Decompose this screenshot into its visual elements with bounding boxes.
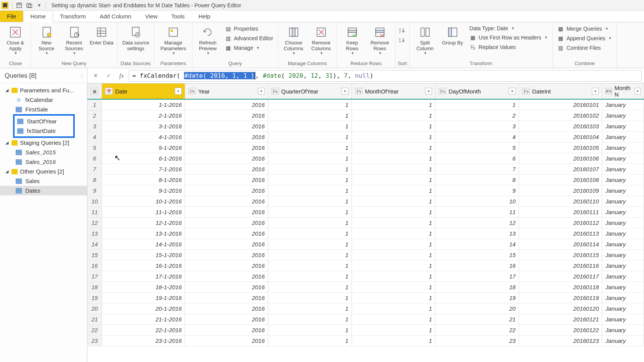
- row-number[interactable]: 14: [87, 239, 102, 249]
- cell-dateint[interactable]: 20160110: [519, 196, 602, 206]
- data-grid[interactable]: ▦📅Date▼1²₃Year▼1²₃QuarterOfYear▼1²₃Month…: [87, 84, 644, 362]
- sort-asc-button[interactable]: AZ: [398, 26, 406, 34]
- formula-input[interactable]: = fxCalendar( #date( 2016, 1, 1 ), #date…: [129, 70, 642, 82]
- close-apply-button[interactable]: Close & Apply ▼: [2, 24, 28, 57]
- cell-monthname[interactable]: January: [602, 324, 644, 335]
- cell-day[interactable]: 19: [435, 292, 519, 303]
- combine-files-button[interactable]: ▥Combine Files: [555, 44, 614, 52]
- cell-month[interactable]: 1: [352, 335, 435, 346]
- cell-dateint[interactable]: 20160111: [519, 206, 602, 217]
- cell-month[interactable]: 1: [352, 142, 435, 153]
- cell-day[interactable]: 5: [435, 142, 519, 153]
- row-number[interactable]: 1: [87, 99, 102, 110]
- row-number[interactable]: 23: [87, 335, 102, 346]
- cell-quarter[interactable]: 1: [268, 228, 352, 239]
- cell-quarter[interactable]: 1: [268, 239, 352, 249]
- cell-dateint[interactable]: 20160107: [519, 164, 602, 174]
- cell-monthname[interactable]: January: [602, 335, 644, 346]
- cell-date[interactable]: 3-1-2016: [102, 121, 185, 131]
- cell-month[interactable]: 1: [352, 217, 435, 228]
- row-number[interactable]: 10: [87, 196, 102, 206]
- cell-date[interactable]: 5-1-2016: [102, 142, 185, 153]
- table-row[interactable]: 1414-1-20162016111420160114January: [87, 239, 644, 249]
- cell-monthname[interactable]: January: [602, 228, 644, 239]
- cell-monthname[interactable]: January: [602, 271, 644, 282]
- first-row-headers-button[interactable]: ▦Use First Row as Headers▼: [467, 33, 550, 42]
- query-item-startofyear[interactable]: StartOfYear: [15, 116, 73, 126]
- cell-date[interactable]: 10-1-2016: [102, 196, 185, 206]
- cell-dateint[interactable]: 20160106: [519, 153, 602, 164]
- row-number[interactable]: 6: [87, 153, 102, 164]
- query-item-sales[interactable]: Sales: [0, 176, 87, 186]
- cell-dateint[interactable]: 20160122: [519, 324, 602, 335]
- cell-month[interactable]: 1: [352, 324, 435, 335]
- cell-date[interactable]: 18-1-2016: [102, 282, 185, 292]
- datatype-icon[interactable]: Aᴮc: [605, 88, 612, 95]
- cell-year[interactable]: 2016: [185, 217, 268, 228]
- cell-quarter[interactable]: 1: [268, 324, 352, 335]
- column-header-monthofyear[interactable]: 1²₃MonthOfYear▼: [352, 84, 435, 99]
- tab-file[interactable]: File: [0, 11, 23, 22]
- row-number[interactable]: 16: [87, 260, 102, 271]
- tab-help[interactable]: Help: [192, 11, 217, 22]
- column-header-month n[interactable]: AᴮcMonth N▼: [602, 84, 644, 99]
- row-number[interactable]: 3: [87, 121, 102, 131]
- column-filter-icon[interactable]: ▼: [509, 88, 516, 95]
- query-item-sales_2015[interactable]: Sales_2015: [0, 147, 87, 157]
- cell-quarter[interactable]: 1: [268, 335, 352, 346]
- cell-quarter[interactable]: 1: [268, 174, 352, 185]
- table-row[interactable]: 1515-1-20162016111520160115January: [87, 249, 644, 260]
- cell-quarter[interactable]: 1: [268, 282, 352, 292]
- query-group[interactable]: ◢Staging Queries [2]: [0, 138, 87, 147]
- cell-day[interactable]: 1: [435, 99, 519, 110]
- cell-monthname[interactable]: January: [602, 121, 644, 131]
- table-row[interactable]: 11-1-2016201611120160101January: [87, 99, 644, 110]
- row-number[interactable]: 15: [87, 249, 102, 260]
- cell-quarter[interactable]: 1: [268, 314, 352, 324]
- cell-date[interactable]: 4-1-2016: [102, 131, 185, 142]
- cell-month[interactable]: 1: [352, 185, 435, 196]
- cell-month[interactable]: 1: [352, 271, 435, 282]
- row-number[interactable]: 4: [87, 131, 102, 142]
- cell-quarter[interactable]: 1: [268, 206, 352, 217]
- cell-monthname[interactable]: January: [602, 142, 644, 153]
- table-row[interactable]: 2121-1-20162016112120160121January: [87, 314, 644, 324]
- cell-dateint[interactable]: 20160119: [519, 292, 602, 303]
- cell-dateint[interactable]: 20160108: [519, 174, 602, 185]
- split-column-button[interactable]: Split Column▼: [412, 24, 438, 57]
- cell-month[interactable]: 1: [352, 174, 435, 185]
- enter-data-button[interactable]: Enter Data: [89, 24, 115, 47]
- remove-columns-button[interactable]: Remove Columns▼: [308, 24, 334, 57]
- append-queries-button[interactable]: ▦Append Queries▼: [555, 34, 614, 43]
- qat-save-icon[interactable]: [15, 1, 23, 10]
- manage-query-button[interactable]: ▦Manage▼: [222, 44, 276, 52]
- cell-dateint[interactable]: 20160113: [519, 228, 602, 239]
- cell-month[interactable]: 1: [352, 110, 435, 121]
- cell-date[interactable]: 9-1-2016: [102, 185, 185, 196]
- cell-monthname[interactable]: January: [602, 282, 644, 292]
- cell-year[interactable]: 2016: [185, 110, 268, 121]
- cell-year[interactable]: 2016: [185, 303, 268, 314]
- data-source-settings-button[interactable]: Data source settings: [120, 24, 152, 53]
- table-row[interactable]: 1111-1-20162016111120160111January: [87, 206, 644, 217]
- cell-year[interactable]: 2016: [185, 314, 268, 324]
- cell-year[interactable]: 2016: [185, 324, 268, 335]
- cell-quarter[interactable]: 1: [268, 142, 352, 153]
- formula-commit-button[interactable]: ✓: [103, 70, 114, 82]
- table-row[interactable]: 1919-1-20162016111920160119January: [87, 292, 644, 303]
- cell-quarter[interactable]: 1: [268, 303, 352, 314]
- cell-dateint[interactable]: 20160103: [519, 121, 602, 131]
- cell-quarter[interactable]: 1: [268, 260, 352, 271]
- cell-month[interactable]: 1: [352, 131, 435, 142]
- group-by-button[interactable]: Group By: [440, 24, 466, 47]
- row-number[interactable]: 7: [87, 164, 102, 174]
- cell-month[interactable]: 1: [352, 196, 435, 206]
- cell-monthname[interactable]: January: [602, 164, 644, 174]
- cell-monthname[interactable]: January: [602, 217, 644, 228]
- cell-dateint[interactable]: 20160101: [519, 99, 602, 110]
- cell-month[interactable]: 1: [352, 260, 435, 271]
- cell-month[interactable]: 1: [352, 228, 435, 239]
- query-item-fxstartdate[interactable]: fxStartDate: [15, 126, 73, 136]
- cell-date[interactable]: 1-1-2016: [102, 99, 185, 110]
- cell-day[interactable]: 7: [435, 164, 519, 174]
